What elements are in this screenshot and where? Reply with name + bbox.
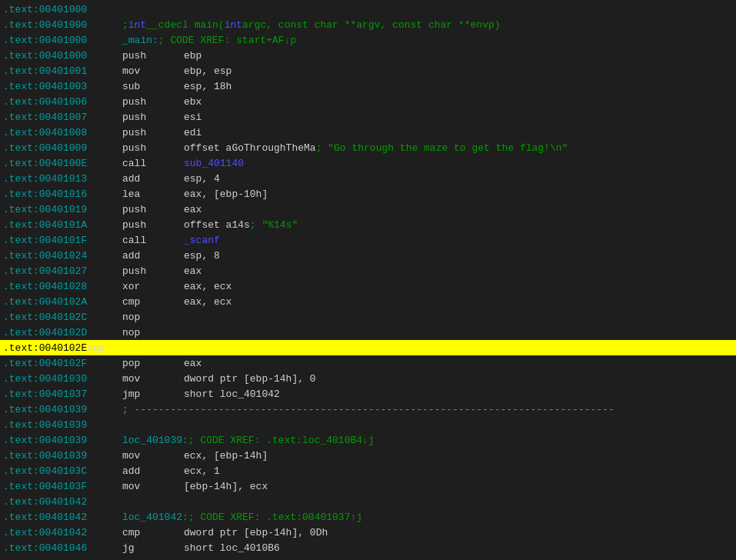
code-view: .text:00401000.text:00401000; int __cdec… (0, 0, 736, 560)
mnemonic: cmp (122, 527, 184, 538)
operand: eax (184, 358, 201, 369)
address: .text:00401007 (3, 112, 122, 123)
func-header-text: __cdecl main( (146, 19, 224, 31)
code-line: .text:00401039; ------------------------… (0, 402, 736, 417)
func-label: _main: (122, 35, 158, 46)
operand: eax (184, 265, 201, 277)
xref-comment: ; CODE XREF: .text:00401037↑j (188, 512, 362, 523)
address: .text:00401027 (3, 265, 122, 277)
operand: short loc_4010B6 (184, 542, 280, 554)
code-line: .text:0040100E callsub_401140 (0, 155, 736, 171)
code-line: .text:0040102E nop (0, 340, 736, 355)
address: .text:0040102D (3, 327, 122, 338)
call-target[interactable]: sub_401140 (184, 158, 244, 169)
xref-comment: ; CODE XREF: start+AF↓p (158, 35, 296, 46)
operand: short loc_401042 (184, 388, 280, 400)
address: .text:00401003 (3, 81, 122, 92)
operand: edi (184, 127, 201, 138)
keyword-int: int (128, 19, 146, 31)
code-line: .text:00401013 addesp, 4 (0, 171, 736, 186)
mnemonic: nop (122, 312, 184, 323)
address: .text:00401001 (3, 65, 122, 77)
code-line: .text:00401039 movecx, [ebp-14h] (0, 448, 736, 463)
operand: ebp, esp (184, 65, 231, 77)
address: .text:00401042 (3, 512, 122, 523)
address: .text:00401039 (3, 404, 122, 415)
code-line: .text:00401039loc_401039: ; CODE XREF: .… (0, 432, 736, 448)
address: .text:00401000 (3, 19, 122, 31)
mnemonic: add (122, 250, 184, 262)
separator-line: ; --------------------------------------… (122, 404, 614, 415)
address: .text:00401028 (3, 281, 122, 292)
address: .text:00401030 (3, 373, 122, 385)
address: .text:00401019 (3, 204, 122, 215)
operand: esi (184, 112, 201, 123)
call-target[interactable]: _scanf (184, 235, 220, 246)
address: .text:0040101F (3, 235, 122, 246)
operand: eax, ecx (184, 296, 231, 308)
address: .text:0040100E (3, 158, 122, 169)
operand: eax, [ebp-10h] (184, 188, 268, 200)
code-line: .text:00401039 (0, 417, 736, 432)
address: .text:00401042 (3, 496, 122, 508)
operand: ecx, [ebp-14h] (184, 450, 268, 462)
mnemonic: push (122, 112, 184, 123)
mnemonic: add (122, 173, 184, 185)
code-line: .text:0040103F mov[ebp-14h], ecx (0, 478, 736, 494)
address: .text:00401006 (3, 96, 122, 108)
code-line: .text:0040102C nop (0, 309, 736, 325)
address: .text:0040101A (3, 219, 122, 231)
mnemonic: push (122, 219, 184, 231)
address: .text:00401039 (3, 419, 122, 431)
address: .text:00401046 (3, 542, 122, 554)
code-line: .text:00401046 jgshort loc_4010B6 (0, 540, 736, 555)
code-line: .text:00401042 cmpdword ptr [ebp-14h], 0… (0, 525, 736, 540)
code-line: .text:0040101A pushoffset a14s ; "%14s" (0, 217, 736, 232)
operand: [ebp-14h], ecx (184, 481, 268, 492)
mnemonic: push (122, 204, 184, 215)
code-line: .text:00401028 xoreax, ecx (0, 278, 736, 294)
address: .text:0040103F (3, 481, 122, 492)
code-line: .text:0040103C addecx, 1 (0, 463, 736, 478)
code-line: .text:00401000_main: ; CODE XREF: start+… (0, 32, 736, 48)
code-line: .text:00401008 pushedi (0, 125, 736, 140)
mnemonic: push (122, 142, 184, 154)
address: .text:00401013 (3, 173, 122, 185)
mnemonic: nop (87, 342, 148, 354)
code-line: .text:0040101F call_scanf (0, 232, 736, 248)
code-line: .text:00401024 addesp, 8 (0, 248, 736, 263)
mnemonic: add (122, 465, 184, 477)
code-line: .text:00401007 pushesi (0, 109, 736, 125)
mnemonic: push (122, 127, 184, 138)
address: .text:0040102C (3, 312, 122, 323)
operand: dword ptr [ebp-14h], 0 (184, 373, 316, 385)
keyword-int2: int (225, 19, 242, 31)
loc-label: loc_401042: (122, 512, 188, 523)
code-line: .text:0040102F popeax (0, 355, 736, 371)
address: .text:0040103C (3, 465, 122, 477)
code-line: .text:00401009 pushoffset aGoThroughTheM… (0, 140, 736, 155)
operand: esp, 18h (184, 81, 231, 92)
address: .text:00401009 (3, 142, 122, 154)
address: .text:00401016 (3, 188, 122, 200)
mnemonic: pop (122, 358, 184, 369)
address: .text:00401039 (3, 435, 122, 446)
address: .text:0040102E (3, 342, 87, 354)
mnemonic: call (122, 235, 184, 246)
comment-prefix: ; (122, 19, 128, 31)
mnemonic: mov (122, 450, 184, 462)
code-line: .text:0040102A cmpeax, ecx (0, 294, 736, 309)
code-line: .text:00401016 leaeax, [ebp-10h] (0, 186, 736, 202)
mnemonic: mov (122, 65, 184, 77)
code-line: .text:00401042loc_401042: ; CODE XREF: .… (0, 509, 736, 525)
address: .text:00401024 (3, 250, 122, 262)
mnemonic: push (122, 96, 184, 108)
operand: esp, 8 (184, 250, 220, 262)
code-line: .text:00401042 (0, 494, 736, 509)
operand: ebx (184, 96, 201, 108)
operand: ebp (184, 50, 201, 62)
code-line: .text:00401037 jmpshort loc_401042 (0, 386, 736, 402)
address: .text:00401000 (3, 35, 122, 46)
code-line: .text:0040102D nop (0, 325, 736, 340)
code-line: .text:00401003 subesp, 18h (0, 78, 736, 94)
